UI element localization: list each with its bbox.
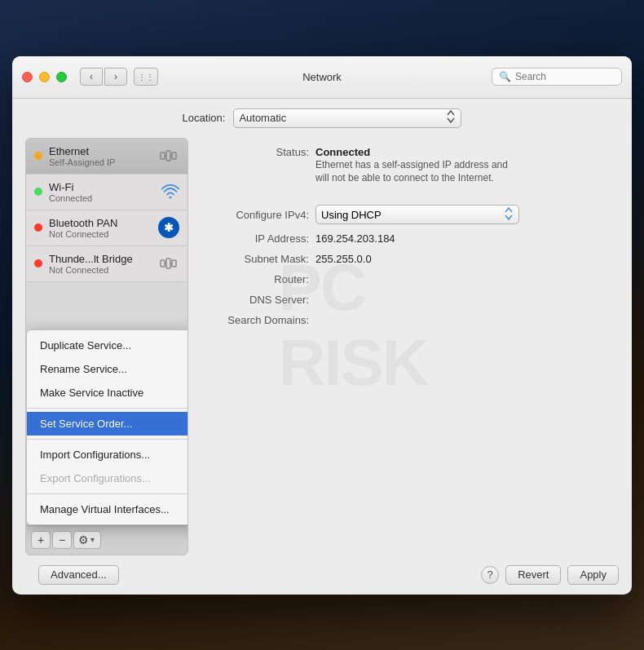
remove-service-button[interactable]: − [52, 531, 72, 549]
ethernet-name: Ethernet [49, 145, 160, 157]
search-domains-label: Search Domains: [201, 314, 315, 326]
apply-button[interactable]: Apply [567, 565, 619, 585]
location-label: Location: [183, 112, 226, 124]
network-preferences-window: ‹ › ⋮⋮ Network 🔍 Location: Automatic [12, 56, 632, 595]
bluetooth-status: Not Connected [49, 229, 158, 239]
make-service-inactive-item[interactable]: Make Service Inactive [27, 381, 188, 405]
svg-rect-1 [166, 151, 170, 161]
bluetooth-status-icon [34, 223, 42, 232]
configure-label: Configure IPv4: [201, 209, 315, 221]
ethernet-action [160, 149, 179, 162]
dropdown-separator-1 [27, 408, 188, 409]
wifi-action [161, 184, 179, 199]
manage-virtual-interfaces-item[interactable]: Manage Virtual Interfaces... [27, 497, 188, 521]
sidebar-bottom: + − ⚙ ▼ Duplicate Service... Rename Serv… [26, 525, 187, 555]
configure-ipv4-row: Configure IPv4: Using DHCP [201, 205, 619, 224]
status-value: Connected [315, 146, 370, 158]
help-button[interactable]: ? [481, 566, 499, 584]
svg-rect-6 [166, 259, 170, 268]
location-stepper-icon [446, 109, 456, 126]
gear-dropdown-arrow: ▼ [89, 536, 96, 544]
forward-button[interactable]: › [104, 68, 127, 86]
thunderbolt-status-icon [34, 259, 42, 268]
search-bar[interactable]: 🔍 [492, 68, 622, 86]
ip-address-row: IP Address: 169.254.203.184 [201, 232, 619, 245]
status-label: Status: [201, 146, 315, 158]
search-input[interactable] [515, 71, 613, 82]
router-row: Router: [201, 273, 619, 285]
gear-dropdown-menu: Duplicate Service... Rename Service... M… [26, 329, 188, 525]
back-button[interactable]: ‹ [80, 68, 103, 86]
gear-icon: ⚙ [78, 533, 89, 546]
thunderbolt-status: Not Connected [49, 265, 160, 275]
wifi-status-icon [34, 188, 42, 196]
ethernet-status: Self-Assigned IP [49, 157, 160, 167]
bottom-buttons: Advanced... ? Revert Apply [12, 555, 632, 595]
traffic-lights [22, 72, 67, 82]
grid-button[interactable]: ⋮⋮ [134, 68, 158, 86]
subnet-label: Subnet Mask: [201, 253, 315, 265]
sidebar-item-ethernet[interactable]: Ethernet Self-Assigned IP [26, 139, 187, 175]
add-service-button[interactable]: + [31, 531, 51, 549]
wifi-icon [161, 184, 179, 199]
svg-rect-2 [172, 153, 176, 159]
sidebar-item-thunderbolt[interactable]: Thunde...lt Bridge Not Connected [26, 246, 187, 282]
minimize-button[interactable] [39, 72, 50, 82]
sidebar: Ethernet Self-Assigned IP [25, 138, 188, 555]
wifi-status: Connected [49, 193, 161, 203]
revert-button[interactable]: Revert [505, 565, 561, 585]
titlebar: ‹ › ⋮⋮ Network 🔍 [12, 56, 632, 99]
location-bar: Location: Automatic [12, 99, 632, 138]
status-detail: Ethernet has a self-assigned IP address … [315, 158, 508, 186]
search-domains-row: Search Domains: [201, 314, 619, 326]
dns-label: DNS Server: [201, 294, 315, 306]
thunderbolt-name: Thunde...lt Bridge [49, 253, 160, 265]
ip-label: IP Address: [201, 232, 315, 245]
svg-rect-7 [172, 260, 176, 267]
thunderbolt-icon [160, 257, 179, 270]
grid-icon: ⋮⋮ [138, 73, 154, 82]
dns-row: DNS Server: [201, 294, 619, 306]
bluetooth-action: ✱ [158, 217, 179, 238]
dropdown-separator-2 [27, 439, 188, 440]
nav-buttons: ‹ › [80, 68, 127, 86]
main-content: Ethernet Self-Assigned IP [12, 138, 632, 555]
import-configurations-item[interactable]: Import Configurations... [27, 443, 188, 466]
maximize-button[interactable] [56, 72, 67, 82]
ip-value: 169.254.203.184 [315, 232, 395, 245]
export-configurations-item: Export Configurations... [27, 466, 188, 490]
ethernet-icon [160, 149, 179, 162]
gear-button[interactable]: ⚙ ▼ [73, 531, 101, 549]
dropdown-separator-3 [27, 493, 188, 494]
location-value: Automatic [239, 112, 286, 124]
bluetooth-icon: ✱ [158, 217, 179, 238]
configure-ipv4-dropdown[interactable]: Using DHCP [315, 205, 519, 224]
svg-rect-5 [161, 260, 165, 267]
subnet-mask-row: Subnet Mask: 255.255.0.0 [201, 253, 619, 265]
rename-service-item[interactable]: Rename Service... [27, 357, 188, 381]
remove-icon: − [59, 533, 65, 546]
configure-stepper-icon [504, 206, 514, 223]
window-title: Network [302, 71, 342, 83]
configure-value: Using DHCP [321, 209, 382, 221]
ethernet-status-icon [34, 152, 42, 160]
router-label: Router: [201, 273, 315, 285]
location-dropdown[interactable]: Automatic [233, 108, 461, 128]
status-row: Status: Connected Ethernet has a self-as… [201, 146, 619, 186]
svg-rect-0 [161, 153, 165, 159]
close-button[interactable] [22, 72, 33, 82]
wifi-name: Wi-Fi [49, 181, 161, 193]
bluetooth-name: Bluetooth PAN [49, 217, 158, 229]
sidebar-item-bluetooth[interactable]: Bluetooth PAN Not Connected ✱ [26, 210, 187, 246]
subnet-value: 255.255.0.0 [315, 253, 372, 265]
advanced-button[interactable]: Advanced... [38, 565, 119, 585]
right-panel: PCRISK Status: Connected Ethernet has a … [201, 138, 619, 555]
sidebar-item-wifi[interactable]: Wi-Fi Connected [26, 175, 187, 210]
search-icon: 🔍 [499, 71, 511, 82]
set-service-order-item[interactable]: Set Service Order... [27, 412, 188, 436]
thunderbolt-action [160, 257, 179, 270]
duplicate-service-item[interactable]: Duplicate Service... [27, 334, 188, 357]
add-icon: + [37, 533, 44, 546]
